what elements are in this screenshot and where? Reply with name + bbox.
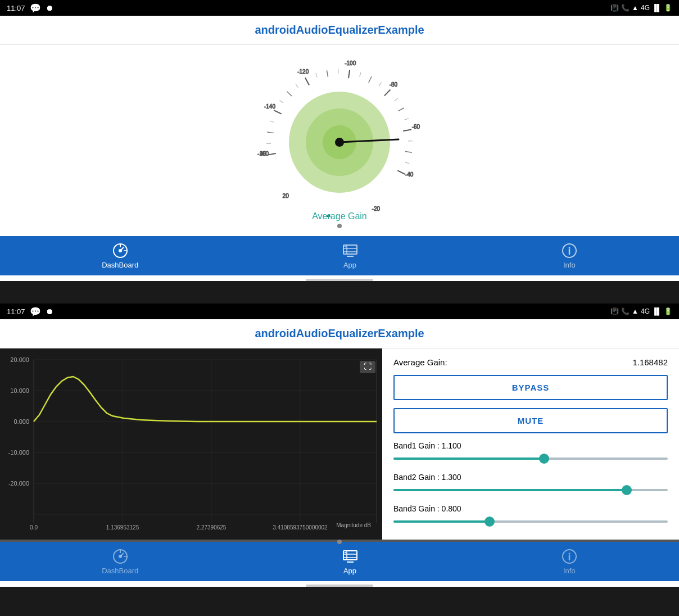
nav-dashboard-label-1: DashBoard (102, 261, 138, 269)
svg-text:Magnitude dB: Magnitude dB (336, 522, 371, 528)
signal-label: 4G (641, 4, 650, 12)
svg-line-14 (270, 121, 274, 122)
svg-line-9 (398, 108, 404, 111)
band3-label: Band3 Gain : 0.800 (393, 504, 668, 513)
mute-button[interactable]: MUTE (393, 408, 668, 433)
svg-line-6 (348, 70, 350, 78)
app-title-2: androidAudioEqualizerExample (0, 319, 679, 348)
scroll-indicator-1 (306, 279, 373, 281)
wifi-icon-2: ▲ (632, 307, 639, 315)
svg-line-1 (267, 132, 274, 133)
vibrate-icon: 📳 (610, 4, 619, 12)
svg-text:0.000: 0.000 (13, 418, 29, 425)
svg-line-3 (287, 92, 292, 96)
svg-text:0.0: 0.0 (30, 524, 38, 531)
app-icon-2: ⏺ (46, 307, 53, 316)
status-right-1: 📳 📞 ▲ 4G ▐▌ 🔋 (610, 4, 672, 12)
time-2: 11:07 (7, 307, 25, 316)
svg-line-0 (268, 153, 276, 155)
info-icon-1 (562, 243, 577, 259)
svg-line-8 (384, 90, 390, 96)
bypass-button[interactable]: BYPASS (393, 375, 668, 400)
svg-line-17 (316, 73, 318, 78)
svg-line-76 (120, 553, 124, 556)
band1-row: Band1 Gain : 1.100 (393, 441, 668, 465)
bottom-nav-2: DashBoard App Info (0, 542, 679, 581)
svg-text:-10.000: -10.000 (8, 449, 29, 456)
whatsapp-icon-2: 💬 (30, 306, 41, 317)
svg-text:-100: -100 (345, 60, 356, 66)
svg-line-12 (397, 170, 405, 174)
svg-line-15 (280, 100, 284, 103)
svg-text:⛶: ⛶ (364, 362, 372, 371)
signal-bars: ▐▌ (652, 4, 662, 12)
dashboard-icon-1 (112, 243, 128, 259)
wifi-icon: ▲ (632, 4, 639, 12)
svg-line-2 (274, 110, 281, 114)
band1-thumb[interactable] (539, 454, 549, 464)
svg-text:3.4108593750000002: 3.4108593750000002 (273, 524, 328, 531)
nav-app-label-2: App (343, 567, 356, 575)
gauge-wrapper: -160 -140 -120 -100 -80 -60 -40 -20 (244, 51, 435, 230)
call-icon: 📞 (621, 4, 630, 12)
svg-text:-80: -80 (390, 81, 398, 88)
status-right-2: 📳 📞 ▲ 4G ▐▌ 🔋 (610, 307, 672, 315)
status-bar-2: 11:07 💬 ⏺ 📳 📞 ▲ 4G ▐▌ 🔋 (0, 304, 679, 319)
page-indicator-1 (337, 224, 342, 228)
nav-info-2[interactable]: Info (548, 544, 591, 579)
nav-app-1[interactable]: App (329, 238, 372, 274)
nav-app-label-1: App (343, 261, 356, 269)
band2-thumb[interactable] (622, 485, 632, 495)
band3-slider-track (393, 517, 668, 527)
svg-line-19 (360, 73, 361, 77)
svg-line-5 (327, 70, 328, 77)
status-left-1: 11:07 💬 ⏺ (7, 3, 53, 13)
svg-line-10 (403, 129, 411, 131)
svg-point-48 (568, 247, 570, 248)
svg-rect-83 (345, 552, 346, 553)
nav-info-label-1: Info (563, 261, 576, 269)
status-left-2: 11:07 💬 ⏺ (7, 306, 53, 317)
svg-text:10.000: 10.000 (10, 387, 29, 394)
gauge-svg: -160 -140 -120 -100 -80 -60 -40 -20 (250, 51, 429, 217)
time-1: 11:07 (7, 4, 25, 12)
nav-app-2[interactable]: App (329, 544, 372, 579)
call-icon-2: 📞 (621, 307, 630, 315)
app-icon-nav-1 (342, 243, 358, 259)
app-icon-nav-2 (342, 549, 358, 564)
svg-rect-45 (345, 246, 346, 247)
svg-text:20.000: 20.000 (10, 356, 29, 363)
svg-line-16 (296, 84, 298, 87)
gauge-center-dot (335, 138, 344, 147)
svg-text:20: 20 (283, 193, 289, 199)
scroll-indicator-2 (306, 585, 373, 587)
nav-info-1[interactable]: Info (548, 238, 591, 274)
screen2-container: 11:07 💬 ⏺ 📳 📞 ▲ 4G ▐▌ 🔋 androidAudioEqua… (0, 304, 679, 587)
nav-dashboard-1[interactable]: DashBoard (88, 238, 152, 274)
svg-line-24 (405, 162, 410, 164)
vibrate-icon-2: 📳 (610, 307, 619, 315)
svg-text:40: 40 (260, 151, 267, 157)
band2-row: Band2 Gain : 1.300 (393, 473, 668, 496)
nav-dashboard-2[interactable]: DashBoard (88, 544, 152, 579)
band3-thumb[interactable] (485, 517, 495, 527)
battery-icon-2: 🔋 (664, 307, 672, 315)
chart-area: 20.000 10.000 0.000 -10.000 -20.000 0.0 … (0, 348, 382, 540)
dashboard-content: -160 -140 -120 -100 -80 -60 -40 -20 (0, 45, 679, 236)
svg-text:-40: -40 (405, 171, 414, 178)
svg-rect-50 (0, 348, 382, 540)
nav-dashboard-label-2: DashBoard (102, 567, 138, 575)
info-icon-2 (562, 549, 577, 564)
svg-line-4 (305, 78, 309, 85)
nav-info-label-2: Info (563, 567, 576, 575)
svg-line-22 (404, 119, 409, 120)
app-icon-1: ⏺ (46, 3, 53, 12)
band1-label: Band1 Gain : 1.100 (393, 441, 668, 450)
svg-text:-140: -140 (264, 103, 275, 110)
equalizer-chart: 20.000 10.000 0.000 -10.000 -20.000 0.0 … (0, 348, 382, 540)
band2-label: Band2 Gain : 1.300 (393, 473, 668, 482)
svg-point-86 (568, 552, 570, 554)
svg-text:-120: -120 (297, 69, 309, 75)
app-screen-content: 20.000 10.000 0.000 -10.000 -20.000 0.0 … (0, 348, 679, 540)
svg-text:-20: -20 (372, 206, 381, 212)
